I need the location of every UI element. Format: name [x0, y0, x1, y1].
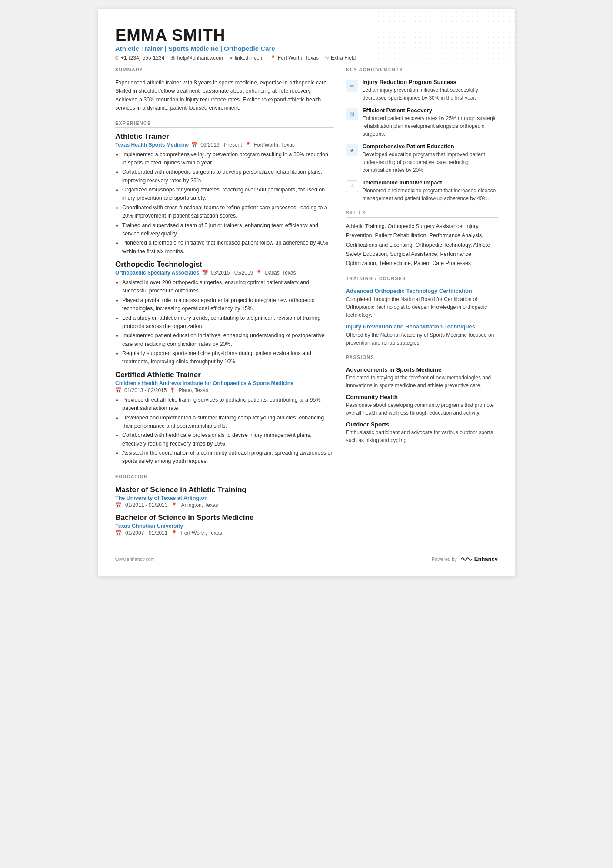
- contact-extra: ☆ Extra Field: [325, 55, 356, 61]
- bullet-item: Pioneered a telemedicine initiative that…: [122, 239, 334, 256]
- achievement-3-title: Comprehensive Patient Education: [363, 143, 498, 150]
- job-2: Orthopedic Technologist Orthopaedic Spec…: [115, 260, 334, 366]
- job-3-meta-2: 📅 01/2013 - 02/2015 📍 Plano, Texas: [115, 387, 334, 393]
- right-column: KEY ACHIEVEMENTS ✏ Injury Reduction Prog…: [346, 67, 498, 544]
- training-label: TRAINING / COURSES: [346, 276, 498, 283]
- education-label: EDUCATION: [115, 474, 334, 481]
- experience-section: EXPERIENCE Athletic Trainer Texas Health…: [115, 121, 334, 466]
- job-2-bullets: Assisted in over 200 orthopedic surgerie…: [115, 278, 334, 366]
- job-1-dates: 06/2019 - Present: [200, 142, 242, 148]
- footer-brand: Powered by Enhancv: [432, 556, 498, 563]
- bullet-item: Assisted in over 200 orthopedic surgerie…: [122, 278, 334, 295]
- achievement-1-title: Injury Reduction Program Success: [363, 79, 498, 85]
- achievement-star-filled-icon: ★: [346, 144, 358, 156]
- experience-label: EXPERIENCE: [115, 121, 334, 128]
- achievement-pencil-icon: ✏: [346, 80, 358, 92]
- powered-by-text: Powered by: [432, 556, 457, 562]
- passions-section: PASSIONS Advancements in Sports Medicine…: [346, 355, 498, 444]
- achievement-3-desc: Developed education programs that improv…: [363, 151, 498, 174]
- job-2-title: Orthopedic Technologist: [115, 260, 334, 269]
- job-3-dates: 01/2013 - 02/2015: [124, 387, 167, 393]
- edu-2-dates: 01/2007 - 01/2011: [125, 530, 167, 536]
- location-icon: 📍: [270, 55, 276, 61]
- edu-2-degree: Bachelor of Science in Sports Medicine: [115, 513, 334, 522]
- job-2-dates: 03/2015 - 05/2019: [211, 270, 253, 276]
- job-3-company: Children's Health Andrews Institute for …: [115, 380, 293, 386]
- passion-3: Outdoor Sports Enthusiastic participant …: [346, 421, 498, 444]
- job-2-company: Orthopaedic Specialty Associates: [115, 270, 199, 276]
- bullet-item: Organized workshops for young athletes, …: [122, 186, 334, 203]
- job-3-bullets: Provided direct athletic training servic…: [115, 396, 334, 466]
- job-2-location: Dallas, Texas: [265, 270, 296, 276]
- passion-1-title: Advancements in Sports Medicine: [346, 366, 498, 373]
- enhancv-brand-name: Enhancv: [474, 556, 498, 562]
- course-1-desc: Completed through the National Board for…: [346, 295, 498, 319]
- edu-1-location: Arlington, Texas: [181, 502, 218, 508]
- decorative-dots: [376, 9, 515, 61]
- passion-3-desc: Enthusiastic participant and advocate fo…: [346, 429, 498, 444]
- training-section: TRAINING / COURSES Advanced Orthopedic T…: [346, 276, 498, 347]
- job-1-bullets: Implemented a comprehensive injury preve…: [115, 151, 334, 256]
- job-3-meta: Children's Health Andrews Institute for …: [115, 380, 334, 386]
- job-1-location: Fort Worth, Texas: [254, 142, 295, 148]
- bullet-item: Provided direct athletic training servic…: [122, 396, 334, 413]
- edu-1: Master of Science in Athletic Training T…: [115, 486, 334, 508]
- course-2-title: Injury Prevention and Rehabilitation Tec…: [346, 323, 498, 330]
- course-2-desc: Offered by the National Academy of Sport…: [346, 331, 498, 347]
- bullet-item: Led a study on athletic injury trends, c…: [122, 314, 334, 331]
- achievement-2-desc: Enhanced patient recovery rates by 25% t…: [363, 114, 498, 138]
- achievements-label: KEY ACHIEVEMENTS: [346, 67, 498, 74]
- enhancv-logo-icon: [460, 556, 472, 563]
- contact-linkedin[interactable]: ⚭ linkedin.com: [229, 55, 264, 61]
- bullet-item: Collaborated with healthcare professiona…: [122, 431, 334, 448]
- email-icon: @: [170, 55, 175, 60]
- contact-location: 📍 Fort Worth, Texas: [270, 55, 319, 61]
- contact-email: @ help@enhancv.com: [170, 55, 223, 61]
- bullet-item: Trained and supervised a team of 5 junio…: [122, 221, 334, 238]
- passion-2: Community Health Passionate about develo…: [346, 394, 498, 417]
- edu-1-degree: Master of Science in Athletic Training: [115, 486, 334, 494]
- bullet-item: Implemented patient education initiative…: [122, 332, 334, 349]
- bullet-item: Coordinated with cross-functional teams …: [122, 204, 334, 221]
- achievement-3: ★ Comprehensive Patient Education Develo…: [346, 143, 498, 174]
- passion-1: Advancements in Sports Medicine Dedicate…: [346, 366, 498, 389]
- bullet-item: Assisted in the coordination of a commun…: [122, 449, 334, 466]
- passions-label: PASSIONS: [346, 355, 498, 362]
- job-3: Certified Athletic Trainer Children's He…: [115, 371, 334, 466]
- bullet-item: Regularly supported sports medicine phys…: [122, 349, 334, 366]
- edu-1-meta: 📅 01/2011 - 01/2013 📍 Arlington, Texas: [115, 502, 334, 508]
- left-column: SUMMARY Experienced athletic trainer wit…: [115, 67, 334, 544]
- summary-section: SUMMARY Experienced athletic trainer wit…: [115, 67, 334, 113]
- phone-icon: ✆: [115, 55, 119, 61]
- extra-icon: ☆: [325, 55, 329, 61]
- bullet-item: Implemented a comprehensive injury preve…: [122, 151, 334, 168]
- achievement-4-title: Telemedicine Initiative Impact: [363, 179, 498, 186]
- passion-2-title: Community Health: [346, 394, 498, 400]
- passion-3-title: Outdoor Sports: [346, 421, 498, 428]
- contact-phone: ✆ +1-(234)-555-1234: [115, 55, 164, 61]
- resume-page: EMMA SMITH Athletic Trainer | Sports Med…: [98, 9, 515, 576]
- edu-2: Bachelor of Science in Sports Medicine T…: [115, 513, 334, 536]
- edu-1-dates: 01/2011 - 01/2013: [125, 502, 167, 508]
- bullet-item: Developed and implemented a summer train…: [122, 414, 334, 431]
- job-3-title: Certified Athletic Trainer: [115, 371, 334, 379]
- achievement-4-desc: Pioneered a telemedicine program that in…: [363, 187, 498, 202]
- achievement-1-desc: Led an injury prevention initiative that…: [363, 86, 498, 102]
- summary-text: Experienced athletic trainer with 8 year…: [115, 79, 334, 113]
- bullet-item: Collaborated with orthopedic surgeons to…: [122, 168, 334, 185]
- course-1: Advanced Orthopedic Technology Certifica…: [346, 288, 498, 319]
- page-footer: www.enhancv.com Powered by Enhancv: [115, 552, 498, 563]
- link-icon: ⚭: [229, 55, 233, 61]
- job-3-location: Plano, Texas: [178, 387, 208, 393]
- edu-2-meta: 📅 01/2007 - 01/2011 📍 Fort Worth, Texas: [115, 530, 334, 536]
- job-1-meta: Texas Health Sports Medicine 📅 06/2019 -…: [115, 142, 334, 148]
- achievement-2-title: Efficient Patient Recovery: [363, 107, 498, 114]
- edu-2-school: Texas Christian University: [115, 523, 334, 529]
- job-2-meta: Orthopaedic Specialty Associates 📅 03/20…: [115, 270, 334, 276]
- main-columns: SUMMARY Experienced athletic trainer wit…: [115, 67, 498, 544]
- skills-section: SKILLS Athletic Training, Orthopedic Sur…: [346, 210, 498, 268]
- achievement-star-outline-icon: ☆: [346, 180, 358, 192]
- skills-text: Athletic Training, Orthopedic Surgery As…: [346, 222, 498, 268]
- achievement-1: ✏ Injury Reduction Program Success Led a…: [346, 79, 498, 102]
- edu-1-school: The University of Texas at Arlington: [115, 495, 334, 501]
